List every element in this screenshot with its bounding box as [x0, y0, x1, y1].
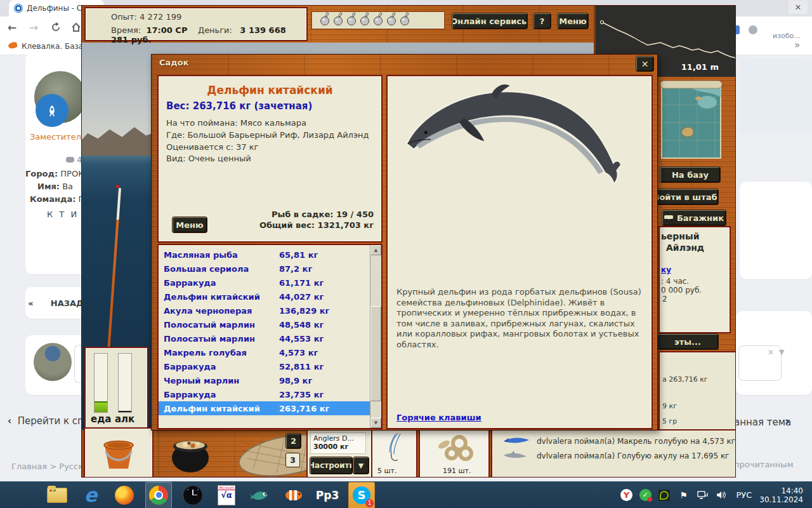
bait-slot-panel[interactable]: 191 шт. [419, 429, 490, 478]
fish-list-item[interactable]: Акула черноперая136,829 кг [159, 304, 370, 318]
russian-fishing-3-icon[interactable]: Рр3 [315, 483, 340, 508]
slot-3-button[interactable]: 3 [285, 453, 300, 467]
trunk-button[interactable]: Багажник [662, 210, 726, 225]
back-icon[interactable]: ← [8, 21, 16, 34]
location-link[interactable]: ку [661, 265, 671, 274]
dialog-close-button[interactable]: ✕ [636, 57, 653, 71]
marlin-icon [502, 436, 530, 444]
clock-tray[interactable]: 14:40 30.11.2024 [759, 486, 803, 504]
dropdown-caret-icon[interactable]: ▼ [779, 348, 784, 356]
bucket-panel[interactable] [84, 427, 154, 478]
fish-name: Полосатый марлин [164, 334, 255, 344]
potion-flask-icon[interactable] [346, 12, 358, 29]
right-small-card [738, 345, 782, 381]
minimap[interactable] [660, 81, 722, 161]
language-indicator[interactable]: РУС [736, 490, 752, 500]
menu-top-label: Меню [559, 17, 586, 26]
enter-hq-button[interactable]: Войти в штаб [652, 189, 718, 204]
potion-flask-icon[interactable] [399, 12, 411, 29]
list-scrollbar[interactable]: ▲ ▼ [370, 245, 381, 428]
home-icon[interactable] [71, 22, 81, 35]
fish-weight: 44,553 кг [279, 334, 324, 344]
avatar-small[interactable] [34, 343, 72, 381]
fish-list-item[interactable]: Барракуда52,811 кг [159, 359, 370, 373]
forward-icon[interactable]: → [29, 21, 38, 34]
tray-time: 14:40 [759, 486, 803, 495]
microsoft-math-icon[interactable]: Microsoft √α [214, 483, 239, 508]
dolphin-image [402, 83, 620, 192]
fish-list-item[interactable]: Барракуда23,735 кг [159, 387, 370, 401]
fish-list-item[interactable]: Масляная рыба65,81 кг [159, 248, 370, 262]
potion-flask-icon[interactable] [332, 12, 344, 29]
action-center-flag-icon[interactable]: ⚑ [676, 488, 690, 503]
file-explorer-icon[interactable] [44, 483, 70, 508]
fish-list-item[interactable]: Макрель голубая4,573 кг [159, 345, 370, 359]
lure-slot-panel[interactable]: 5 шт. [371, 429, 417, 478]
dialog-menu-button[interactable]: Меню [173, 217, 207, 232]
hotkeys-link[interactable]: Горячие клавиши [396, 413, 481, 422]
gauges-panel: еда алк [84, 347, 148, 430]
dialog-titlebar[interactable]: Садок [152, 55, 657, 72]
trunk-label: Багажник [677, 213, 724, 223]
online-services-button[interactable]: Онлайн сервисы [452, 13, 527, 29]
catch-chat-panel: dvlvalera поймал(а) Макрель голубую на 4… [491, 429, 736, 478]
tickets-label: эты... [674, 337, 701, 347]
city-value: ПРОК [60, 169, 84, 178]
potion-flask-icon[interactable] [359, 12, 371, 29]
fish-list-item[interactable]: Полосатый марлин48,548 кг [159, 318, 370, 331]
volume-tray-icon[interactable] [714, 488, 728, 503]
back-nav-card[interactable]: « НАЗАД [25, 287, 86, 319]
yandex-browser-tray-icon[interactable]: Y [619, 488, 633, 503]
menu-button-top[interactable]: Меню [558, 13, 588, 29]
food-gauge-fill [95, 401, 107, 412]
firefox-icon[interactable] [112, 483, 137, 508]
antivirus-tray-icon[interactable]: ✓ [638, 488, 652, 503]
clownfish-icon[interactable] [281, 483, 306, 508]
internet-explorer-icon[interactable]: e [78, 483, 103, 508]
fish-list-item-selected[interactable]: Дельфин китайский263,716 кг [159, 401, 370, 415]
reload-icon[interactable] [51, 22, 61, 35]
bookmarks-overflow-icon[interactable]: » [794, 39, 800, 51]
fish-list-item[interactable]: Дельфин китайский44,027 кг [159, 290, 370, 304]
go-to-list-link[interactable]: ‹ Перейти к спи [8, 415, 90, 427]
fish-place-line: Где: Большой Барьерный Риф, Лизард Айлэн… [166, 130, 369, 140]
rod-dropdown-button[interactable]: ▼ [353, 457, 369, 474]
potion-flask-icon[interactable] [319, 12, 331, 29]
side-chat-line: а 263,716 кг [662, 375, 708, 384]
profile-name: Имя: Ва [37, 182, 73, 191]
fish-list-item[interactable]: Барракуда61,171 кг [159, 276, 370, 290]
to-base-label: На базу [672, 170, 709, 180]
time-value: 17:00 СР [146, 25, 187, 35]
chrome-icon[interactable] [145, 482, 172, 508]
window-close-button[interactable]: ✕ [789, 1, 808, 14]
configure-button[interactable]: Настроить [310, 457, 352, 474]
chevron-right-icon[interactable]: › [785, 414, 790, 428]
tickets-button[interactable]: эты... [657, 334, 718, 349]
to-base-button[interactable]: На базу [660, 167, 720, 182]
scroll-down-button[interactable]: ▼ [370, 418, 381, 428]
slot-2-button[interactable]: 2 [286, 434, 301, 448]
rocket-badge-icon[interactable] [36, 94, 69, 127]
network-tray-icon[interactable] [695, 488, 709, 503]
fish-list-item[interactable]: Большая сериола87,2 кг [159, 262, 370, 276]
profile-icon[interactable] [749, 25, 757, 34]
fish-list-item[interactable]: Полосатый марлин44,553 кг [159, 331, 370, 345]
squid-meat-icon [430, 432, 481, 466]
rod-tip-marker [116, 185, 119, 188]
skype-icon[interactable]: S 1 [348, 482, 375, 508]
bookmark-item[interactable]: Клевалка. База д [22, 42, 91, 51]
scroll-up-button[interactable]: ▲ [370, 245, 381, 255]
potion-flask-icon[interactable] [372, 12, 384, 29]
name-value: Ва [62, 182, 73, 191]
bluefish-icon[interactable] [247, 483, 273, 508]
nvidia-tray-icon[interactable] [657, 488, 671, 503]
topic-fragment[interactable]: анная тема [734, 417, 791, 428]
scroll-thumb[interactable] [370, 306, 381, 401]
food-pot-icon[interactable] [169, 432, 212, 474]
clear-x-icon[interactable]: ✕ [768, 348, 774, 357]
role-link[interactable]: Заместитель [30, 132, 86, 142]
fish-list-item[interactable]: Черный марлин98,9 кг [159, 373, 370, 387]
clock-app-icon[interactable] [180, 483, 206, 508]
help-button[interactable]: ? [534, 13, 551, 29]
potion-flask-icon[interactable] [386, 12, 398, 29]
